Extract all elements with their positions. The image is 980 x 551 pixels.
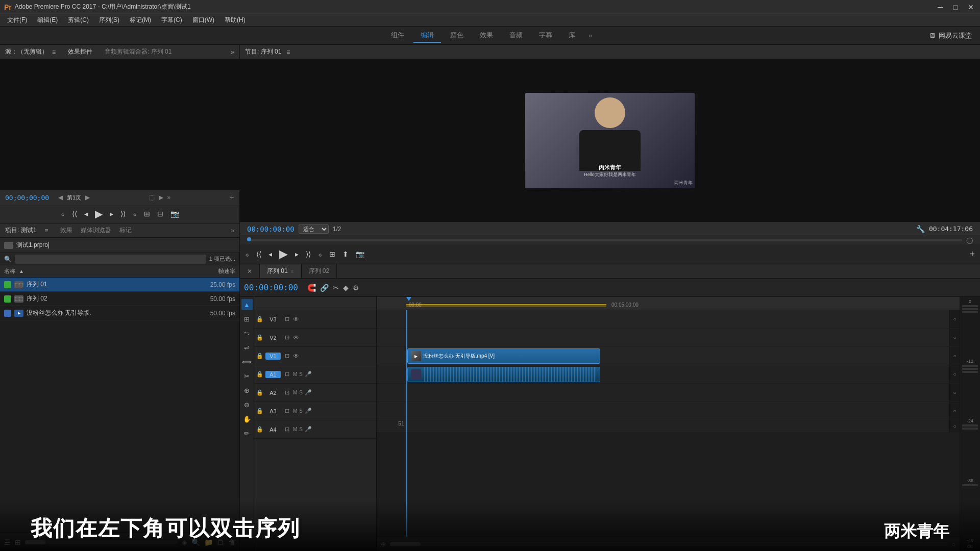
track-a1-m[interactable]: M: [293, 371, 297, 377]
prog-insert-frame[interactable]: ⊞: [329, 250, 335, 258]
track-row-v1[interactable]: ▶ 没粉丝怎么办 无引导版.mp4 [V] ○: [377, 347, 960, 365]
prog-mark-out[interactable]: ⬦: [318, 250, 322, 258]
track-a3-sync[interactable]: ⊡: [283, 408, 291, 414]
minimize-button[interactable]: ─: [935, 2, 945, 12]
track-a3-mic[interactable]: 🎤: [305, 408, 312, 414]
workspace-tab-caption[interactable]: 字幕: [532, 29, 559, 43]
workspace-tab-audio[interactable]: 音频: [502, 29, 530, 43]
source-step-forward[interactable]: ▸: [110, 210, 113, 218]
search-input[interactable]: [15, 255, 206, 264]
track-row-a4[interactable]: 51 ○: [377, 420, 960, 433]
track-v3-lock[interactable]: 🔒: [256, 316, 263, 322]
track-a1-lock[interactable]: 🔒: [256, 371, 263, 378]
track-a3-m[interactable]: M: [293, 408, 297, 414]
clip-v1[interactable]: ▶ 没粉丝怎么办 无引导版.mp4 [V]: [407, 348, 600, 364]
prog-mark-in[interactable]: ⬦: [245, 250, 249, 258]
workspace-tab-edit[interactable]: 编辑: [413, 29, 441, 43]
track-a4-sync[interactable]: ⊡: [283, 426, 291, 433]
tl-marker-btn[interactable]: ◆: [343, 284, 349, 292]
prog-lift[interactable]: ⬆: [342, 250, 349, 258]
project-item-clip01[interactable]: ▶ 没粉丝怎么办 无引导版. 50.00 fps: [0, 306, 239, 320]
prog-camera[interactable]: 📷: [356, 250, 364, 258]
track-a2-s[interactable]: S: [299, 390, 303, 395]
source-go-out[interactable]: ⟩⟩: [120, 210, 126, 218]
workspace-more-button[interactable]: »: [584, 30, 596, 41]
tool-insert[interactable]: ⇋: [241, 328, 253, 339]
track-row-v3[interactable]: ○: [377, 310, 960, 329]
track-v1-lock[interactable]: 🔒: [256, 353, 263, 359]
tool-slip[interactable]: ⇌: [241, 342, 253, 353]
source-go-in[interactable]: ⟨⟨: [72, 210, 77, 218]
effect-controls-tab[interactable]: 效果控件: [68, 47, 92, 56]
tool-snap[interactable]: ⊞: [241, 313, 253, 324]
project-tab-browser[interactable]: 媒体浏览器: [81, 226, 111, 235]
sort-icon[interactable]: ▲: [19, 268, 24, 274]
track-v2-lock[interactable]: 🔒: [256, 334, 263, 341]
prog-go-in[interactable]: ⟨⟨: [256, 250, 261, 258]
source-panel-menu-icon[interactable]: ≡: [52, 48, 56, 56]
track-v3-sync[interactable]: ⊡: [283, 316, 291, 322]
track-a2-sync[interactable]: ⊡: [283, 389, 291, 396]
track-row-a1[interactable]: ○: [377, 365, 960, 384]
workspace-tab-components[interactable]: 组件: [384, 29, 411, 43]
source-camera[interactable]: 📷: [170, 210, 179, 218]
workspace-tab-color[interactable]: 颜色: [443, 29, 471, 43]
menu-clip[interactable]: 剪辑(C): [63, 15, 94, 26]
source-play-btn[interactable]: ▶: [95, 208, 103, 220]
workspace-tab-effects[interactable]: 效果: [473, 29, 500, 43]
source-mark-in[interactable]: ⬦: [61, 210, 65, 218]
track-a3-lock[interactable]: 🔒: [256, 408, 263, 414]
tl-snap-btn[interactable]: 🧲: [307, 284, 316, 292]
track-a2-mic[interactable]: 🎤: [305, 389, 312, 396]
tool-zoom-out[interactable]: ⊖: [241, 399, 253, 410]
workspace-tab-library[interactable]: 库: [561, 29, 582, 43]
source-overwrite[interactable]: ⊟: [157, 210, 163, 218]
audio-mixer-tab[interactable]: 音频剪辑混合器: 序列 01: [105, 47, 172, 56]
track-a1-mic[interactable]: 🎤: [305, 371, 312, 378]
timeline-tab-seq02[interactable]: 序列 02: [302, 264, 337, 278]
project-menu-icon[interactable]: ≡: [44, 227, 48, 234]
track-a1-s[interactable]: S: [299, 371, 303, 377]
source-more2-icon[interactable]: »: [167, 194, 171, 201]
tl-razor-btn[interactable]: ✂: [333, 284, 339, 292]
track-a2-m[interactable]: M: [293, 390, 297, 395]
menu-help[interactable]: 帮助(H): [219, 15, 251, 26]
menu-sequence[interactable]: 序列(S): [94, 15, 125, 26]
tool-slide[interactable]: ⟺: [241, 356, 253, 367]
source-page-next[interactable]: ▶: [85, 194, 90, 201]
track-row-a2[interactable]: ○: [377, 384, 960, 402]
prog-add-btn[interactable]: +: [969, 249, 975, 260]
track-a4-m[interactable]: M: [293, 427, 297, 432]
source-overwrite-icon[interactable]: ▶: [159, 194, 163, 201]
tool-razor[interactable]: ✂: [241, 370, 253, 382]
fit-select[interactable]: 适合 25% 50% 75% 100%: [299, 224, 329, 234]
menu-marker[interactable]: 标记(M): [125, 15, 156, 26]
project-item-seq01[interactable]: ⬚⬚ 序列 01 25.00 fps: [0, 278, 239, 292]
menu-caption[interactable]: 字幕(C): [156, 15, 187, 26]
clip-a1[interactable]: [407, 367, 600, 382]
program-menu-icon[interactable]: ≡: [286, 48, 290, 56]
source-more-icon[interactable]: »: [231, 48, 234, 56]
close-icon[interactable]: ✕: [247, 268, 252, 275]
project-item-seq02[interactable]: ⬚⬚ 序列 02 50.00 fps: [0, 292, 239, 306]
wrench-icon[interactable]: 🔧: [916, 225, 925, 233]
timeline-tab-seq01[interactable]: 序列 01 ≡: [260, 264, 302, 278]
prog-step-forward[interactable]: ▸: [295, 250, 299, 258]
track-a4-lock[interactable]: 🔒: [256, 426, 263, 433]
menu-file[interactable]: 文件(F): [2, 15, 32, 26]
source-mark-out[interactable]: ⬦: [133, 210, 137, 218]
track-row-a3[interactable]: ○: [377, 402, 960, 420]
menu-edit[interactable]: 编辑(E): [32, 15, 63, 26]
project-tab-markers[interactable]: 标记: [119, 226, 132, 235]
timeline-tab-seq01-menu[interactable]: ≡: [291, 268, 294, 274]
track-a1-sync[interactable]: ⊡: [283, 371, 291, 378]
track-v2-eye[interactable]: 👁: [293, 334, 299, 341]
maximize-button[interactable]: □: [950, 2, 961, 12]
track-v2-sync[interactable]: ⊡: [283, 334, 291, 341]
close-button[interactable]: ✕: [966, 2, 976, 12]
prog-go-out[interactable]: ⟩⟩: [306, 250, 311, 258]
tl-settings-btn[interactable]: ⚙: [353, 284, 359, 292]
track-a4-s[interactable]: S: [299, 427, 303, 432]
project-tab-effects[interactable]: 效果: [60, 226, 72, 235]
tool-pen[interactable]: ✏: [241, 428, 253, 439]
